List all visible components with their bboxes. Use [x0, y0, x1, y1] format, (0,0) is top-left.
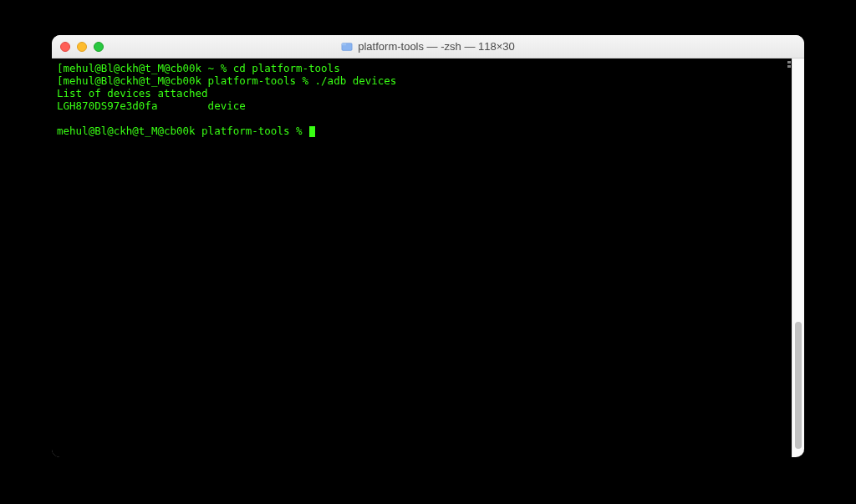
prompt: [mehul@Bl@ckh@t_M@cb00k ~ %: [57, 62, 233, 74]
prompt: mehul@Bl@ckh@t_M@cb00k platform-tools %: [57, 125, 308, 137]
svg-rect-1: [342, 43, 346, 45]
maximize-button[interactable]: [94, 42, 104, 52]
svg-rect-0: [342, 43, 352, 50]
terminal-output[interactable]: [mehul@Bl@ckh@t_M@cb00k ~ % cd platform-…: [52, 59, 792, 457]
scrollbar[interactable]: [792, 59, 804, 457]
terminal-window: platform-tools — -zsh — 118×30 [mehul@Bl…: [52, 35, 804, 457]
terminal-line: [mehul@Bl@ckh@t_M@cb00k ~ % cd platform-…: [57, 62, 787, 74]
command-text: cd platform-tools: [233, 62, 340, 74]
terminal-line: [57, 112, 787, 125]
traffic-lights: [60, 42, 104, 52]
terminal-line: LGH870DS97e3d0fa device: [57, 99, 787, 112]
command-text: ./adb devices: [315, 74, 397, 87]
terminal-line: mehul@Bl@ckh@t_M@cb00k platform-tools %: [57, 125, 787, 137]
scroll-indicator-icon: [787, 60, 792, 69]
terminal-line: List of devices attached: [57, 87, 787, 99]
window-title: platform-tools — -zsh — 118×30: [52, 40, 804, 53]
titlebar[interactable]: platform-tools — -zsh — 118×30: [52, 35, 804, 59]
scrollbar-thumb[interactable]: [795, 322, 802, 450]
svg-rect-3: [787, 61, 791, 64]
svg-rect-4: [787, 65, 791, 68]
terminal-line: [mehul@Bl@ckh@t_M@cb00k platform-tools %…: [57, 74, 787, 87]
cursor: [309, 126, 315, 137]
close-button[interactable]: [60, 42, 70, 52]
minimize-button[interactable]: [77, 42, 87, 52]
folder-icon: [341, 41, 353, 53]
terminal-area: [mehul@Bl@ckh@t_M@cb00k ~ % cd platform-…: [52, 59, 804, 457]
window-title-text: platform-tools — -zsh — 118×30: [358, 40, 515, 53]
prompt: [mehul@Bl@ckh@t_M@cb00k platform-tools %: [57, 74, 315, 87]
